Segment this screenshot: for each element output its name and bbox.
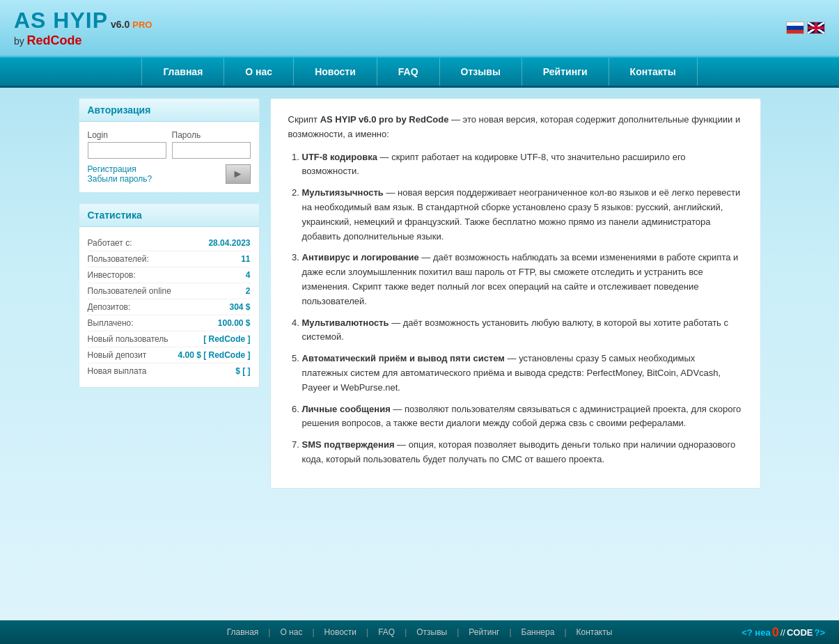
footer-link[interactable]: Баннера bbox=[515, 627, 562, 637]
nav-item-faq[interactable]: FAQ bbox=[377, 58, 440, 86]
feature-title: Мультивалютность bbox=[302, 317, 389, 328]
navigation: ГлавнаяО насНовостиFAQОтзывыРейтингиКонт… bbox=[0, 57, 839, 88]
stat-label: Депозитов: bbox=[88, 302, 131, 312]
footer-brand-code-word: CODE bbox=[787, 627, 813, 638]
stats-section: Статистика Работает с:28.04.2023Пользова… bbox=[79, 203, 260, 388]
nav-item-contacts[interactable]: Контакты bbox=[609, 58, 698, 86]
logo-version-text: v6.0 bbox=[111, 19, 130, 31]
feature-title: Антивирус и логирование bbox=[302, 252, 419, 262]
login-button[interactable]: ► bbox=[226, 164, 251, 184]
nav-item-news[interactable]: Новости bbox=[294, 58, 377, 86]
login-input[interactable] bbox=[88, 142, 166, 159]
feature-title: Личные сообщения bbox=[302, 404, 391, 414]
footer: Главная|О нас|Новости|FAQ|Отзывы|Рейтинг… bbox=[0, 620, 839, 644]
login-actions: Регистрация Забыли пароль? ► bbox=[88, 164, 251, 184]
stat-label: Инвесторов: bbox=[88, 270, 136, 280]
intro-text-prefix: Скрипт bbox=[288, 114, 320, 125]
footer-separator: | bbox=[312, 627, 314, 637]
login-label: Login bbox=[88, 130, 166, 140]
register-link[interactable]: Регистрация bbox=[88, 164, 152, 174]
stat-value: 100.00 $ bbox=[218, 318, 251, 328]
russian-flag[interactable] bbox=[786, 22, 804, 34]
feature-item: Антивирус и логирование — даёт возможнос… bbox=[302, 251, 743, 308]
footer-separator: | bbox=[457, 627, 459, 637]
feature-item: Автоматический приём и вывод пяти систем… bbox=[302, 352, 743, 395]
logo-text: AS HYIP v6.0 PRO by RedCode bbox=[14, 7, 152, 49]
stat-label: Выплачено: bbox=[88, 318, 134, 328]
stat-value: 11 bbox=[241, 254, 250, 264]
auth-section: Авторизация Login Пароль Регистрация bbox=[79, 98, 260, 193]
footer-link[interactable]: Отзывы bbox=[409, 627, 454, 637]
stat-value: 2 bbox=[246, 286, 251, 296]
footer-link[interactable]: Контакты bbox=[570, 627, 620, 637]
password-input[interactable] bbox=[172, 142, 251, 159]
nav-item-home[interactable]: Главная bbox=[141, 58, 224, 86]
footer-link[interactable]: FAQ bbox=[371, 627, 402, 637]
brand-name: AS HYIP v6.0 pro by RedCode bbox=[320, 114, 449, 125]
feature-item: Мультиязычность — новая версия поддержив… bbox=[302, 186, 743, 244]
stat-row: Пользователей online2 bbox=[88, 283, 251, 299]
stat-row: Новый пользователь[ RedCode ] bbox=[88, 331, 251, 347]
stat-row: Новая выплата$ [ ] bbox=[88, 363, 251, 379]
footer-separator: | bbox=[268, 627, 270, 637]
footer-link[interactable]: Рейтинг bbox=[462, 627, 506, 637]
forgot-link[interactable]: Забыли пароль? bbox=[88, 174, 152, 184]
password-label: Пароль bbox=[172, 130, 251, 140]
stat-row: Депозитов:304 $ bbox=[88, 299, 251, 315]
content-area: Скрипт AS HYIP v6.0 pro by RedCode — это… bbox=[270, 98, 761, 489]
footer-brand: <? неа 0 // CODE ?> bbox=[742, 625, 825, 640]
password-col: Пароль bbox=[172, 130, 251, 159]
stat-row: Пользователей:11 bbox=[88, 251, 251, 267]
footer-link[interactable]: Новости bbox=[317, 627, 363, 637]
feature-title: UTF-8 кодировка bbox=[302, 152, 377, 162]
nav-item-about[interactable]: О нас bbox=[224, 58, 294, 86]
logo-main-text: AS HYIP bbox=[14, 7, 108, 33]
footer-separator: | bbox=[509, 627, 511, 637]
intro-paragraph: Скрипт AS HYIP v6.0 pro by RedCode — это… bbox=[288, 113, 743, 142]
login-col: Login bbox=[88, 130, 166, 159]
feature-title: Мультиязычность bbox=[302, 187, 384, 198]
stat-label: Работает с: bbox=[88, 238, 132, 248]
footer-nav-wrapper: Главная|О нас|Новости|FAQ|Отзывы|Рейтинг… bbox=[0, 620, 839, 644]
feature-title: Автоматический приём и вывод пяти систем bbox=[302, 353, 505, 363]
nav-item-reviews[interactable]: Отзывы bbox=[440, 58, 522, 86]
nav-item-ratings[interactable]: Рейтинги bbox=[522, 58, 609, 86]
stat-value: [ RedCode ] bbox=[203, 334, 250, 344]
login-row: Login Пароль bbox=[88, 130, 251, 159]
footer-center-links: Главная|О нас|Новости|FAQ|Отзывы|Рейтинг… bbox=[220, 627, 620, 637]
english-flag[interactable] bbox=[807, 22, 825, 34]
stat-value: $ [ ] bbox=[235, 366, 250, 376]
logo-pro-text: PRO bbox=[132, 19, 152, 31]
footer-brand-left: <? неа bbox=[742, 627, 770, 638]
footer-brand-zero: 0 bbox=[772, 625, 779, 640]
footer-brand-right: ?> bbox=[814, 627, 825, 638]
stat-value: 28.04.2023 bbox=[208, 238, 250, 248]
features-list: UTF-8 кодировка — скрипт работает на код… bbox=[288, 150, 743, 467]
stat-row: Новый депозит4.00 $ [ RedCode ] bbox=[88, 347, 251, 363]
feature-item: SMS подтверждения — опция, которая позво… bbox=[302, 438, 743, 467]
header: AS HYIP v6.0 PRO by RedCode bbox=[0, 0, 839, 57]
stat-row: Работает с:28.04.2023 bbox=[88, 235, 251, 251]
logo: AS HYIP v6.0 PRO by RedCode bbox=[14, 7, 152, 49]
stats-title: Статистика bbox=[79, 204, 259, 227]
auth-title: Авторизация bbox=[79, 99, 259, 122]
stat-row: Инвесторов:4 bbox=[88, 267, 251, 283]
footer-link[interactable]: Главная bbox=[220, 627, 266, 637]
stat-label: Новый депозит bbox=[88, 350, 147, 360]
stats-content: Работает с:28.04.2023Пользователей:11Инв… bbox=[79, 227, 259, 387]
stat-label: Пользователей online bbox=[88, 286, 171, 296]
footer-link[interactable]: О нас bbox=[273, 627, 309, 637]
footer-brand-code: // bbox=[781, 627, 785, 638]
logo-redcode-text: RedCode bbox=[26, 33, 81, 47]
footer-separator: | bbox=[564, 627, 566, 637]
main-container: Авторизация Login Пароль Регистрация bbox=[37, 88, 803, 499]
stat-label: Новый пользователь bbox=[88, 334, 168, 344]
footer-separator: | bbox=[405, 627, 407, 637]
language-flags bbox=[786, 22, 825, 34]
login-links: Регистрация Забыли пароль? bbox=[88, 164, 152, 184]
sidebar: Авторизация Login Пароль Регистрация bbox=[79, 98, 260, 489]
auth-content: Login Пароль Регистрация Забыли пароль? … bbox=[79, 122, 259, 192]
stat-value: 304 $ bbox=[229, 302, 250, 312]
feature-item: Личные сообщения — позволяют пользовател… bbox=[302, 402, 743, 432]
stat-row: Выплачено:100.00 $ bbox=[88, 315, 251, 331]
